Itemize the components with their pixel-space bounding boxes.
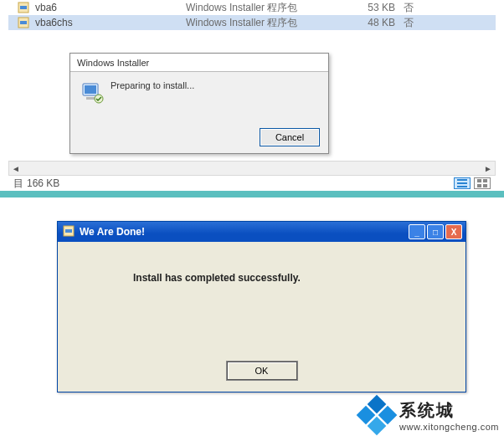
svg-rect-16	[65, 229, 72, 233]
svg-rect-8	[483, 179, 487, 182]
file-flag: 否	[404, 16, 429, 30]
scroll-left-icon[interactable]: ◄	[9, 162, 23, 175]
svg-rect-9	[477, 184, 481, 187]
install-done-dialog: We Are Done! _ □ X Install has completed…	[57, 221, 466, 392]
logo-icon	[359, 398, 394, 433]
file-name: vba6	[35, 2, 186, 13]
file-size: 48 KB	[353, 17, 404, 28]
horizontal-scrollbar[interactable]: ◄ ►	[8, 161, 496, 176]
file-row[interactable]: vba6chs Windows Installer 程序包 48 KB 否	[8, 15, 496, 30]
dialog-message: Install has completed successfully.	[58, 242, 465, 284]
file-type: Windows Installer 程序包	[186, 1, 353, 15]
file-size: 53 KB	[353, 2, 404, 13]
msi-file-icon	[17, 1, 30, 14]
svg-rect-3	[20, 21, 27, 24]
maximize-button[interactable]: □	[427, 224, 444, 239]
section-divider	[0, 191, 504, 197]
brand-url: www.xitongcheng.com	[399, 422, 499, 432]
file-row[interactable]: vba6 Windows Installer 程序包 53 KB 否	[8, 0, 496, 15]
svg-rect-6	[457, 186, 467, 187]
svg-rect-4	[457, 179, 467, 181]
svg-rect-13	[86, 97, 95, 100]
app-icon	[63, 225, 75, 239]
status-prefix: 目	[13, 177, 23, 191]
svg-rect-5	[457, 182, 467, 184]
file-flag: 否	[404, 1, 429, 15]
ok-button[interactable]: OK	[227, 362, 297, 380]
dialog-title: We Are Done!	[80, 226, 407, 238]
dialog-title: Windows Installer	[70, 54, 328, 72]
installer-computer-icon	[80, 80, 104, 105]
svg-rect-7	[477, 179, 481, 182]
view-mode-switch	[454, 177, 491, 189]
file-name: vba6chs	[35, 17, 186, 28]
file-type: Windows Installer 程序包	[186, 16, 353, 30]
svg-rect-12	[85, 85, 96, 94]
dialog-titlebar[interactable]: We Are Done! _ □ X	[58, 222, 465, 242]
status-bar: 目 166 KB	[8, 176, 496, 191]
watermark-logo: 系统城 www.xitongcheng.com	[359, 398, 499, 433]
close-button[interactable]: X	[445, 224, 462, 239]
view-details-button[interactable]	[454, 177, 471, 189]
cancel-button[interactable]: Cancel	[260, 128, 320, 146]
status-size: 166 KB	[27, 177, 59, 189]
view-icons-button[interactable]	[474, 177, 491, 189]
svg-rect-1	[20, 6, 27, 9]
scroll-right-icon[interactable]: ►	[481, 162, 495, 175]
minimize-button[interactable]: _	[409, 224, 425, 239]
windows-installer-dialog: Windows Installer Preparing to install..…	[69, 53, 329, 154]
msi-file-icon	[17, 16, 30, 29]
installer-message: Preparing to install...	[111, 80, 194, 90]
brand-name: 系统城	[399, 399, 499, 422]
svg-rect-10	[483, 184, 487, 187]
bottom-screenshot-area: We Are Done! _ □ X Install has completed…	[10, 204, 492, 425]
